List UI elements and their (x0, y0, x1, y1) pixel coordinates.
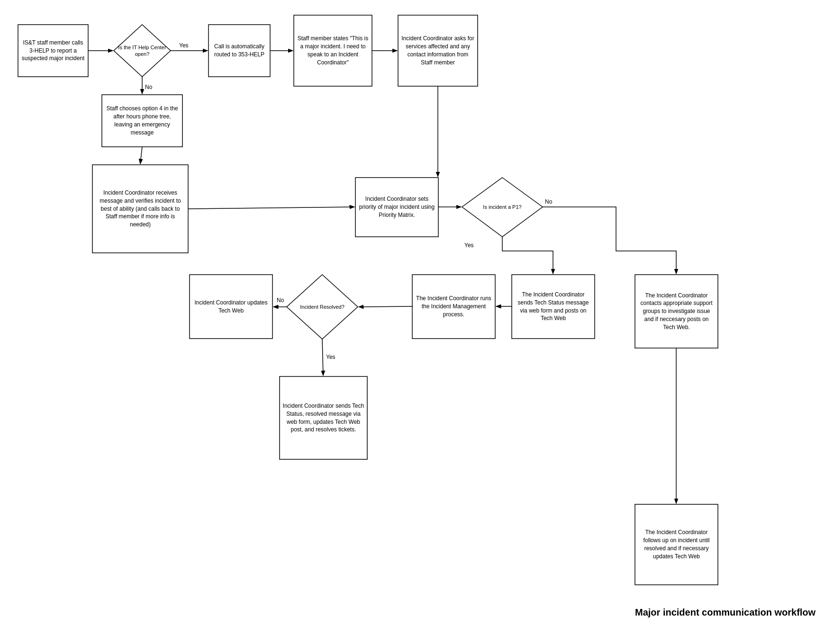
label-yes3: Yes (326, 354, 335, 360)
svg-line-22 (140, 147, 142, 164)
node-4-text: Staff member states "This is a major inc… (294, 15, 372, 86)
label-yes2: Yes (464, 242, 474, 249)
node-15-text: Incident Coordinator sends Tech Status, … (280, 376, 367, 459)
node-9-text: Is incident a P1? (469, 189, 535, 224)
node-10-text: The Incident Coordinator sends Tech Stat… (512, 275, 595, 339)
node-8-text: Incident Coordinator sets priority of ma… (355, 178, 438, 237)
node-16-text: The Incident Coordinator follows up on i… (635, 504, 718, 585)
svg-line-27 (359, 306, 412, 307)
page-title: Major incident communication workflow (635, 607, 816, 617)
node-5-text: Incident Coordinator asks for services a… (398, 15, 478, 86)
flowchart-svg: IS&T staff member calls 3-HELP to report… (0, 0, 834, 644)
node-14-text: Incident Coordinator updates Tech Web (190, 275, 272, 339)
node-3-text: Call is automatically routed to 353-HELP (208, 25, 270, 77)
node-12-text: The Incident Coordinator runs the Incide… (412, 275, 495, 339)
node-11-text: The Incident Coordinator contacts approp… (635, 275, 718, 348)
svg-line-29 (322, 339, 323, 376)
node-1-text: IS&T staff member calls 3-HELP to report… (18, 25, 88, 77)
label-no1: No (145, 84, 153, 90)
svg-line-23 (188, 207, 354, 209)
label-no3: No (277, 297, 284, 304)
node-6-text: Staff chooses option 4 in the after hour… (102, 95, 182, 147)
node-2-text: Is the IT Help Center open? (117, 34, 168, 67)
label-no2: No (545, 198, 553, 205)
node-13-text: Incident Resolved? (293, 289, 352, 325)
label-yes1: Yes (179, 42, 189, 49)
node-7-text: Incident Coordinator receives message an… (92, 165, 188, 253)
